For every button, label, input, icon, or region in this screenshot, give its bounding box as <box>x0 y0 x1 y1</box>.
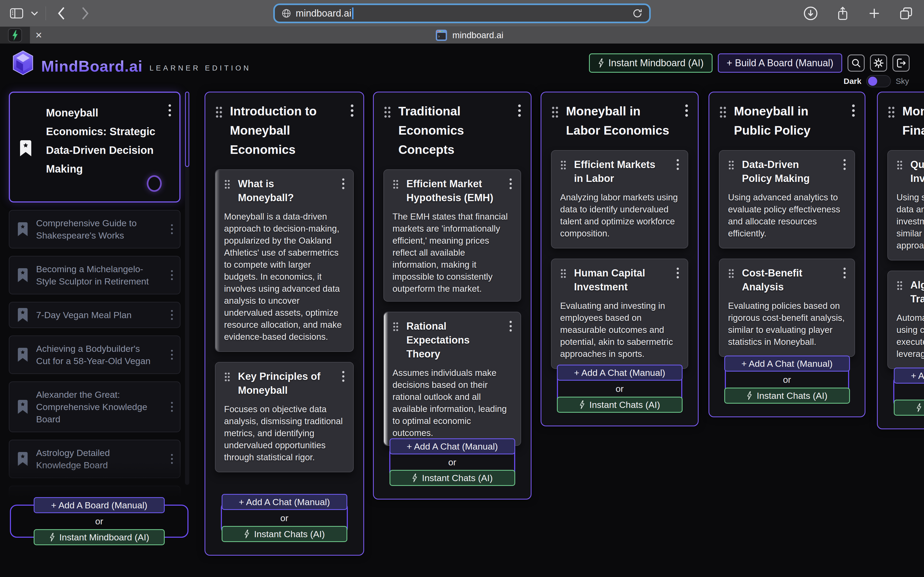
add-chat-button[interactable]: + Add A Chat (Manual) <box>557 364 683 380</box>
add-chat-button[interactable]: + Add A Chat (Manual) <box>389 438 515 455</box>
instant-chats-button[interactable]: Instant Chats (AI) <box>221 526 347 542</box>
bookmark-icon <box>18 222 28 237</box>
bookmark-icon <box>18 268 28 283</box>
pinned-tab[interactable] <box>0 27 30 44</box>
drag-handle-icon[interactable] <box>719 106 727 140</box>
gem-logo-icon <box>12 50 34 75</box>
sidebar-item-board[interactable]: Alexander the Great: Comprehensive Knowl… <box>9 382 181 432</box>
instant-chats-button[interactable]: Instant Chats (AI) <box>724 388 850 404</box>
chat-card[interactable]: Key Principles of Moneyball Focuses on o… <box>215 362 354 472</box>
build-board-button[interactable]: + Build A Board (Manual) <box>718 53 842 73</box>
add-chat-button[interactable]: + Add A Chat (Manual) <box>221 494 347 510</box>
kebab-menu-icon[interactable] <box>351 104 354 159</box>
active-tab[interactable]: › mindboard.ai <box>436 27 504 44</box>
scrollbar-thumb[interactable] <box>185 92 189 167</box>
column-title: Moneyball in Public Policy <box>734 102 845 140</box>
add-chat-label: + Add A Chat (Manual) <box>741 358 833 369</box>
chat-card[interactable]: Cost-Benefit Analysis Evaluating policie… <box>719 259 855 357</box>
instant-chats-button[interactable]: Instant Chats (AI) <box>389 470 515 486</box>
sidebar-item-board[interactable]: 7-Day Vegan Meal Plan <box>9 302 181 328</box>
column-footer: + Add A Chat (Manual) or Instant Chats (… <box>893 375 924 408</box>
bolt-icon <box>49 533 55 542</box>
kebab-menu-icon[interactable] <box>171 270 173 280</box>
instant-chats-button[interactable]: Instant Chats (AI) <box>557 397 683 413</box>
kebab-menu-icon[interactable] <box>171 350 173 360</box>
tab-overview-icon[interactable] <box>899 6 913 21</box>
sidebar-item-board[interactable]: Achieving a Bodybuilder's Cut for a 58-Y… <box>9 335 181 374</box>
card-body: Assumes individuals make decisions based… <box>393 367 512 439</box>
chevron-down-icon[interactable] <box>31 11 39 16</box>
reload-icon[interactable] <box>632 8 643 19</box>
kebab-menu-icon[interactable] <box>171 401 173 412</box>
chat-card[interactable]: Efficient Market Hypothesis (EMH) The EM… <box>383 169 521 301</box>
chat-card[interactable]: What is Moneyball? Moneyball is a data-d… <box>215 169 354 352</box>
instant-mindboard-footer-button[interactable]: Instant Mindboard (AI) <box>34 529 165 545</box>
card-title: Data-Driven Policy Making <box>742 158 836 185</box>
instant-chats-button[interactable]: Instant Chats (AI) <box>894 400 924 416</box>
drag-handle-icon[interactable] <box>560 160 567 185</box>
instant-mindboard-button[interactable]: Instant Mindboard (AI) <box>589 53 712 73</box>
sidebar-panel-icon[interactable] <box>10 7 24 19</box>
drag-handle-icon[interactable] <box>897 160 903 185</box>
column-footer: + Add A Chat (Manual) or Instant Chats (… <box>221 501 348 535</box>
kebab-menu-icon[interactable] <box>342 178 345 205</box>
kebab-menu-icon[interactable] <box>342 371 345 397</box>
chat-card[interactable]: Efficient Markets in Labor Analyzing lab… <box>551 150 688 248</box>
add-chat-button[interactable]: + Add A Chat (Manual) <box>894 367 924 384</box>
drag-handle-icon[interactable] <box>897 280 903 306</box>
kebab-menu-icon[interactable] <box>171 309 173 320</box>
kebab-menu-icon[interactable] <box>677 267 679 294</box>
close-tab-icon[interactable]: ✕ <box>32 27 45 44</box>
drag-handle-icon[interactable] <box>224 372 231 397</box>
kebab-menu-icon[interactable] <box>509 320 512 361</box>
kebab-menu-icon[interactable] <box>852 104 855 140</box>
card-title: Qu Inv <box>910 158 924 185</box>
chat-card[interactable]: Rational Expectations Theory Assumes ind… <box>383 312 521 446</box>
downloads-icon[interactable] <box>803 6 818 21</box>
kebab-menu-icon[interactable] <box>168 103 171 117</box>
sidebar-item-board[interactable]: Becoming a Michelangelo-Style Sculptor i… <box>9 256 181 294</box>
chat-card[interactable]: Qu Inv Using st data an investm similar … <box>887 150 924 260</box>
chat-card[interactable]: Human Capital Investment Evaluating and … <box>551 259 688 369</box>
sidebar-item-active-board[interactable]: Moneyball Economics: Strategic Data-Driv… <box>9 92 181 203</box>
drag-handle-icon[interactable] <box>887 106 895 140</box>
drag-handle-icon[interactable] <box>393 179 399 205</box>
card-body: Automa using co execute leveragi <box>897 312 924 360</box>
chat-card[interactable]: Alg Tra Automa using co execute leveragi <box>887 271 924 369</box>
toggle-knob <box>868 77 877 86</box>
drag-handle-icon[interactable] <box>215 106 223 159</box>
drag-handle-icon[interactable] <box>224 179 231 205</box>
search-button[interactable] <box>848 55 865 72</box>
new-tab-icon[interactable] <box>867 6 881 20</box>
kebab-menu-icon[interactable] <box>518 104 521 159</box>
logout-button[interactable] <box>892 55 909 72</box>
theme-toggle[interactable] <box>866 75 891 87</box>
column-title: Mon Fina <box>902 102 924 140</box>
kebab-menu-icon[interactable] <box>171 224 173 235</box>
tab-title: mindboard.ai <box>452 30 504 40</box>
forward-button[interactable] <box>81 6 90 20</box>
kebab-menu-icon[interactable] <box>677 159 679 185</box>
back-button[interactable] <box>57 6 66 20</box>
board-title: 7-Day Vegan Meal Plan <box>36 310 132 320</box>
add-chat-button[interactable]: + Add A Chat (Manual) <box>724 356 850 372</box>
drag-handle-icon[interactable] <box>383 106 391 159</box>
sidebar-item-board[interactable]: Comprehensive Guide to Shakespeare's Wor… <box>9 210 181 248</box>
drag-handle-icon[interactable] <box>728 160 735 185</box>
settings-button[interactable] <box>870 55 887 72</box>
drag-handle-icon[interactable] <box>551 106 559 140</box>
address-bar[interactable]: mindboard.ai <box>273 3 651 23</box>
or-label: or <box>558 384 681 394</box>
add-board-button[interactable]: + Add A Board (Manual) <box>34 497 165 513</box>
kebab-menu-icon[interactable] <box>843 267 846 294</box>
drag-handle-icon[interactable] <box>728 268 735 294</box>
instant-mindboard-label: Instant Mindboard (AI) <box>609 57 704 69</box>
drag-handle-icon[interactable] <box>560 268 567 294</box>
drag-handle-icon[interactable] <box>393 321 399 361</box>
text-caret <box>352 8 354 19</box>
kebab-menu-icon[interactable] <box>685 104 688 140</box>
kebab-menu-icon[interactable] <box>509 178 512 205</box>
chat-card[interactable]: Data-Driven Policy Making Using advanced… <box>719 150 855 248</box>
share-icon[interactable] <box>836 6 850 21</box>
kebab-menu-icon[interactable] <box>843 159 846 185</box>
